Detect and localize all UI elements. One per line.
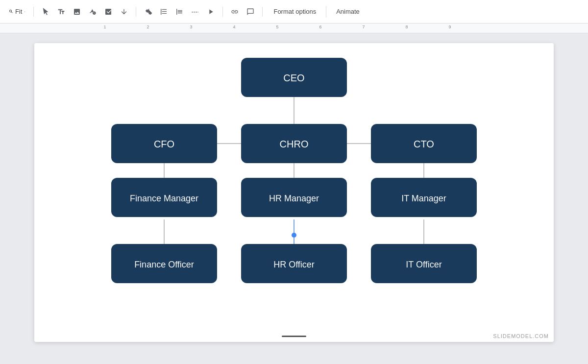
cursor-icon	[42, 8, 49, 16]
ruler-mark-1: 1	[83, 24, 126, 29]
ruler: 1 2 3 4 5 6 7 8 9	[0, 24, 588, 33]
hr-manager-label: HR Manager	[269, 194, 319, 203]
zoom-label: Fit	[15, 8, 22, 15]
shape-tool-btn[interactable]	[86, 6, 99, 18]
dash-line-icon	[191, 8, 199, 16]
toolbar-divider-1	[33, 7, 34, 17]
hr-officer-label: HR Officer	[273, 260, 315, 269]
cto-label: CTO	[414, 139, 434, 149]
link-icon	[231, 8, 239, 16]
link-btn[interactable]	[228, 6, 242, 18]
finance-manager-label: Finance Manager	[130, 194, 198, 203]
ruler-mark-6: 6	[299, 24, 342, 29]
line-tool-btn[interactable]	[101, 6, 115, 18]
ruler-mark-3: 3	[170, 24, 213, 29]
org-chart-svg: CEO CFO CHRO CTO Finance Manager HR Mana…	[74, 53, 514, 327]
arrow-right-btn[interactable]	[204, 6, 218, 18]
comment-btn[interactable]	[244, 6, 257, 18]
ruler-mark-5: 5	[256, 24, 299, 29]
line-icon	[104, 8, 112, 16]
text-tool-btn[interactable]	[54, 6, 68, 18]
toolbar-divider-3	[222, 7, 223, 17]
chevron-down-icon	[24, 9, 25, 15]
highlight-icon	[144, 8, 152, 16]
image-icon	[73, 8, 81, 16]
toolbar: Fit	[0, 0, 588, 24]
it-officer-label: IT Officer	[406, 260, 441, 269]
it-manager-label: IT Manager	[401, 194, 446, 203]
ruler-mark-2: 2	[126, 24, 170, 29]
format-options-btn[interactable]: Format options	[268, 5, 322, 18]
toolbar-separator	[326, 6, 326, 18]
dash-line-btn[interactable]	[188, 6, 202, 18]
comment-icon	[246, 8, 254, 16]
svg-point-7	[292, 233, 296, 238]
more-align-btn[interactable]	[172, 6, 186, 18]
ceo-label: CEO	[283, 73, 304, 83]
more-align-icon	[175, 8, 183, 16]
shape-icon	[89, 8, 97, 16]
ruler-mark-9: 9	[428, 24, 471, 29]
image-tool-btn[interactable]	[70, 6, 84, 18]
align-btn[interactable]	[157, 6, 171, 18]
slide-canvas[interactable]: CEO CFO CHRO CTO Finance Manager HR Mana…	[34, 43, 554, 342]
ruler-mark-7: 7	[342, 24, 385, 29]
zoom-icon	[9, 9, 13, 14]
cursor-tool-btn[interactable]	[39, 6, 52, 18]
ruler-mark-8: 8	[385, 24, 428, 29]
finance-officer-label: Finance Officer	[134, 260, 194, 269]
arrow-icon	[120, 8, 128, 16]
toolbar-divider-4	[262, 7, 263, 17]
align-icon	[160, 8, 168, 16]
arrow-right-icon	[207, 8, 215, 16]
main-area: CEO CFO CHRO CTO Finance Manager HR Mana…	[0, 33, 588, 364]
arrow-tool-btn[interactable]	[117, 6, 131, 18]
ruler-mark-4: 4	[213, 24, 256, 29]
text-icon	[57, 8, 65, 16]
animate-btn[interactable]: Animate	[330, 5, 366, 18]
highlight-btn[interactable]	[141, 6, 155, 18]
toolbar-divider-2	[136, 7, 136, 17]
chro-label: CHRO	[280, 139, 309, 149]
scroll-indicator	[282, 336, 306, 337]
cfo-label: CFO	[154, 139, 174, 149]
watermark: SLIDEMODEL.COM	[493, 333, 549, 339]
zoom-control[interactable]: Fit	[6, 6, 28, 17]
